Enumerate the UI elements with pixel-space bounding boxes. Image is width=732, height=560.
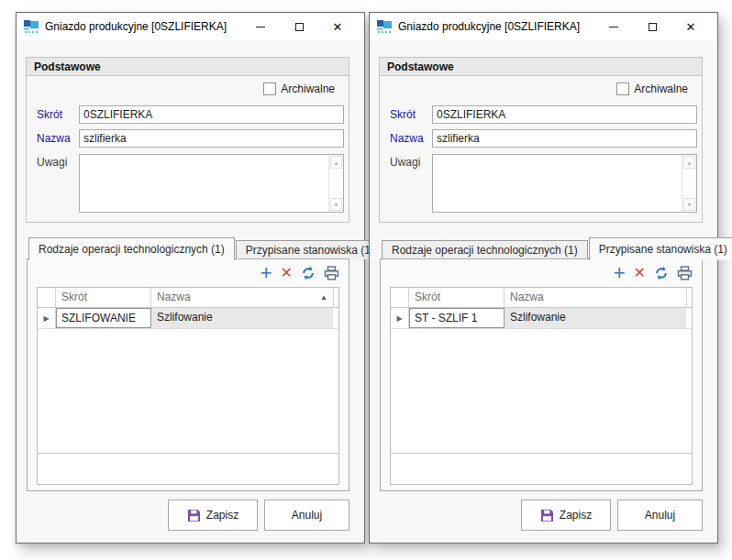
tab-page: + ✕ bbox=[380, 258, 703, 491]
column-header-skrot[interactable]: Skrót bbox=[409, 288, 505, 307]
column-header-nazwa[interactable]: Nazwa bbox=[505, 288, 686, 307]
save-icon bbox=[540, 509, 554, 522]
column-end-strip bbox=[686, 288, 692, 307]
skrot-label: Skrót bbox=[390, 108, 416, 121]
cell-skrot[interactable]: SZLIFOWANIE bbox=[56, 308, 151, 328]
refresh-icon[interactable] bbox=[654, 266, 669, 280]
scroll-down-icon[interactable]: ▼ bbox=[330, 198, 342, 211]
cell-nazwa[interactable]: Szlifowanie bbox=[151, 308, 333, 328]
grid-divider bbox=[38, 453, 338, 454]
scroll-down-icon[interactable]: ▼ bbox=[683, 198, 695, 211]
minimize-button[interactable] bbox=[241, 13, 280, 40]
nazwa-label: Nazwa bbox=[390, 132, 424, 145]
add-icon[interactable]: + bbox=[614, 265, 626, 281]
cell-nazwa[interactable]: Szlifowanie bbox=[505, 308, 686, 328]
close-button[interactable]: ✕ bbox=[318, 13, 357, 40]
podstawowe-groupbox: Podstawowe Archiwalne Skrót Nazwa Uwagi … bbox=[26, 57, 349, 223]
table-row[interactable]: ▶ ST - SZLIF 1 Szlifowanie bbox=[391, 308, 692, 329]
indicator-column-header bbox=[38, 288, 56, 307]
dialog-body: Podstawowe Archiwalne Skrót Nazwa Uwagi … bbox=[370, 40, 717, 543]
skrot-input[interactable] bbox=[79, 105, 344, 124]
section-title: Podstawowe bbox=[27, 58, 349, 76]
save-icon bbox=[187, 509, 201, 522]
tab-strip: Rodzaje operacji technologicznych (1) Pr… bbox=[382, 236, 732, 259]
nazwa-input[interactable] bbox=[79, 129, 344, 148]
uwagi-field: ▲ ▼ bbox=[432, 154, 697, 213]
grid-divider bbox=[391, 453, 692, 454]
tab-rodzaje-operacji[interactable]: Rodzaje operacji technologicznych (1) bbox=[382, 240, 588, 259]
cancel-label: Anuluj bbox=[645, 509, 675, 522]
print-icon[interactable] bbox=[677, 266, 693, 280]
grid-header: Skrót Nazwa ▲ bbox=[38, 288, 338, 308]
cancel-button[interactable]: Anuluj bbox=[617, 500, 703, 531]
archiwalne-checkbox[interactable] bbox=[263, 82, 276, 95]
minimize-icon bbox=[609, 27, 618, 27]
save-label: Zapisz bbox=[206, 509, 238, 522]
scroll-up-icon[interactable]: ▲ bbox=[683, 156, 695, 169]
uwagi-textarea[interactable] bbox=[80, 155, 328, 212]
grid-toolbar: + ✕ bbox=[261, 261, 339, 285]
save-button[interactable]: Zapisz bbox=[168, 500, 258, 531]
row-indicator-icon: ▶ bbox=[38, 308, 56, 328]
grid-header: Skrót Nazwa bbox=[391, 288, 692, 308]
archiwalne-label: Archiwalne bbox=[634, 82, 688, 95]
skrot-input[interactable] bbox=[432, 105, 697, 124]
close-icon: ✕ bbox=[333, 21, 343, 33]
delete-icon[interactable]: ✕ bbox=[281, 266, 293, 280]
tab-przypisane-stanowiska[interactable]: Przypisane stanowiska (1) bbox=[236, 240, 384, 259]
app-icon bbox=[24, 20, 39, 33]
nazwa-input[interactable] bbox=[432, 129, 697, 148]
table-row[interactable]: ▶ SZLIFOWANIE Szlifowanie bbox=[38, 308, 338, 329]
minimize-icon bbox=[256, 27, 265, 27]
titlebar: Gniazdo produkcyjne [0SZLIFIERKA] ✕ bbox=[17, 13, 364, 40]
skrot-label: Skrót bbox=[37, 108, 62, 121]
close-button[interactable]: ✕ bbox=[671, 13, 710, 40]
tab-page: + ✕ bbox=[27, 258, 349, 491]
column-header-skrot[interactable]: Skrót bbox=[56, 288, 151, 307]
archiwalne-label: Archiwalne bbox=[281, 82, 335, 95]
tab-przypisane-stanowiska[interactable]: Przypisane stanowiska (1) bbox=[589, 237, 732, 260]
maximize-button[interactable] bbox=[633, 13, 671, 40]
maximize-icon bbox=[295, 23, 304, 31]
nazwa-label: Nazwa bbox=[37, 132, 71, 145]
window-title: Gniazdo produkcyjne [0SZLIFIERKA] bbox=[45, 20, 227, 33]
operations-grid: Skrót Nazwa ▲ ▶ SZLIFOWANIE Szlifowanie bbox=[37, 287, 339, 485]
maximize-icon bbox=[649, 23, 657, 31]
podstawowe-groupbox: Podstawowe Archiwalne Skrót Nazwa Uwagi … bbox=[379, 57, 703, 223]
app-icon bbox=[377, 20, 392, 33]
uwagi-field: ▲ ▼ bbox=[79, 154, 344, 213]
dialog-body: Podstawowe Archiwalne Skrót Nazwa Uwagi … bbox=[17, 40, 364, 543]
uwagi-label: Uwagi bbox=[390, 156, 420, 169]
maximize-button[interactable] bbox=[280, 13, 318, 40]
save-button[interactable]: Zapisz bbox=[521, 500, 611, 531]
titlebar: Gniazdo produkcyjne [0SZLIFIERKA] ✕ bbox=[370, 13, 717, 40]
archiwalne-checkbox[interactable] bbox=[616, 82, 629, 95]
save-label: Zapisz bbox=[560, 509, 592, 522]
column-end-strip bbox=[333, 288, 338, 307]
scroll-up-icon[interactable]: ▲ bbox=[330, 156, 342, 169]
window-title: Gniazdo produkcyjne [0SZLIFIERKA] bbox=[398, 20, 580, 33]
close-icon: ✕ bbox=[686, 21, 696, 33]
dialog-gniazdo-produkcyjne-right: Gniazdo produkcyjne [0SZLIFIERKA] ✕ Pods… bbox=[369, 12, 718, 544]
indicator-column-header bbox=[391, 288, 409, 307]
cell-skrot[interactable]: ST - SZLIF 1 bbox=[409, 308, 505, 328]
cancel-label: Anuluj bbox=[292, 509, 322, 522]
refresh-icon[interactable] bbox=[301, 266, 316, 280]
cancel-button[interactable]: Anuluj bbox=[264, 500, 349, 531]
sort-asc-icon: ▲ bbox=[320, 293, 327, 302]
delete-icon[interactable]: ✕ bbox=[634, 266, 646, 280]
add-icon[interactable]: + bbox=[261, 265, 272, 281]
uwagi-scrollbar[interactable]: ▲ ▼ bbox=[328, 155, 343, 212]
stations-grid: Skrót Nazwa ▶ ST - SZLIF 1 Szlifowanie bbox=[390, 287, 693, 485]
column-header-nazwa[interactable]: Nazwa ▲ bbox=[151, 288, 333, 307]
grid-toolbar: + ✕ bbox=[614, 261, 693, 285]
uwagi-scrollbar[interactable]: ▲ ▼ bbox=[682, 155, 696, 212]
section-title: Podstawowe bbox=[380, 58, 702, 76]
dialog-gniazdo-produkcyjne-left: Gniazdo produkcyjne [0SZLIFIERKA] ✕ Pods… bbox=[16, 12, 365, 544]
tab-rodzaje-operacji[interactable]: Rodzaje operacji technologicznych (1) bbox=[28, 237, 235, 260]
uwagi-textarea[interactable] bbox=[433, 155, 682, 212]
minimize-button[interactable] bbox=[594, 13, 633, 40]
print-icon[interactable] bbox=[324, 266, 339, 280]
uwagi-label: Uwagi bbox=[37, 156, 67, 169]
row-indicator-icon: ▶ bbox=[391, 308, 409, 328]
